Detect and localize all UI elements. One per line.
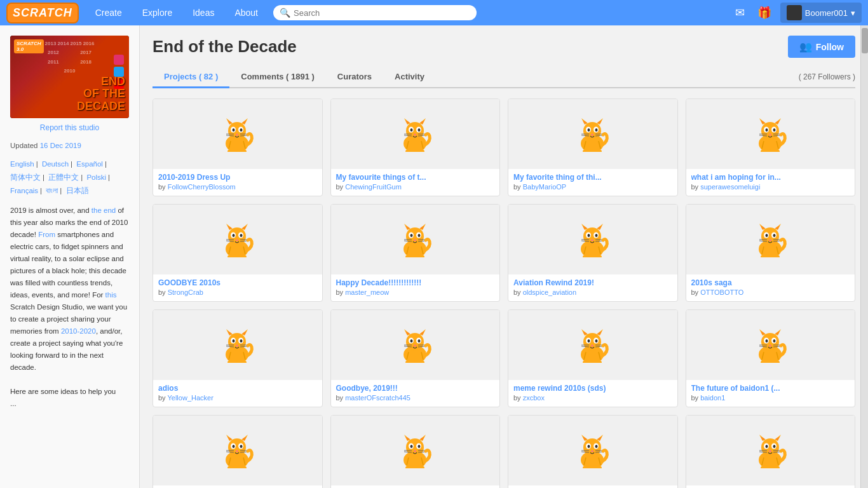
- project-card[interactable]: My favourite things of t... by ChewingFr…: [330, 98, 501, 196]
- project-thumbnail: [153, 99, 322, 169]
- project-name: 2010s saga: [691, 278, 850, 287]
- tab-activity[interactable]: Activity: [383, 67, 436, 88]
- tab-curators[interactable]: Curators: [326, 67, 383, 88]
- project-name: My favorite thing of thi...: [513, 173, 672, 182]
- author-link[interactable]: BabyMarioOP: [523, 183, 566, 191]
- project-card[interactable]: meme rewind 2010s (sds) by zxcbox: [508, 309, 678, 407]
- search-bar: 🔍: [273, 5, 477, 20]
- scratch-logo[interactable]: SCRATCH: [6, 3, 79, 24]
- project-card[interactable]: End of the Decade by Pipko411: [153, 415, 323, 488]
- project-author: by zxcbox: [513, 394, 672, 402]
- project-card[interactable]: goodbye 2010s by imbignoob876: [508, 415, 678, 488]
- follow-label: Follow: [816, 42, 844, 52]
- project-card[interactable]: The future of baidon1 (... by baidon1: [686, 309, 856, 407]
- svg-point-142: [773, 234, 775, 237]
- nav-create[interactable]: Create: [85, 0, 132, 25]
- author-link[interactable]: ChewingFruitGum: [345, 183, 402, 191]
- author-link[interactable]: Yellow_Hacker: [167, 394, 213, 402]
- svg-point-28: [417, 128, 420, 132]
- svg-point-275: [595, 445, 598, 448]
- project-info: 2020, Almost by cohentheturtle: [331, 485, 500, 488]
- project-card[interactable]: Happy Decade!!!!!!!!!!!!! by master_meow: [330, 204, 501, 302]
- author-link[interactable]: master_meow: [345, 288, 389, 296]
- svg-point-199: [595, 339, 598, 342]
- svg-point-294: [773, 445, 775, 448]
- project-card[interactable]: 2019 is ending... by pikansanok: [686, 415, 856, 488]
- lang-espanol[interactable]: Español: [76, 160, 103, 168]
- project-card[interactable]: 2010-2019 Dress Up by FollowCherryBlosso…: [153, 98, 323, 196]
- nav-ideas[interactable]: Ideas: [182, 0, 224, 25]
- project-card[interactable]: My favorite thing of thi... by BabyMario…: [508, 98, 678, 196]
- lang-deutsch[interactable]: Deutsch: [42, 160, 69, 168]
- scratch-cat-icon: [753, 117, 788, 152]
- project-thumbnail: [686, 310, 855, 380]
- lang-bengali[interactable]: বাংলা: [46, 187, 58, 194]
- desc-link-from[interactable]: From: [38, 231, 55, 238]
- project-thumbnail: [508, 99, 677, 169]
- author-link[interactable]: masterOFscratch445: [345, 394, 410, 402]
- project-thumbnail: [331, 205, 500, 274]
- project-author: by FollowCherryBlossom: [158, 183, 317, 191]
- lang-english[interactable]: English: [10, 160, 34, 168]
- svg-point-65: [765, 128, 768, 132]
- author-link[interactable]: oldspice_aviation: [523, 288, 576, 296]
- project-name: 2010-2019 Dress Up: [158, 173, 317, 182]
- studio-tabs: Projects ( 82 ) Comments ( 1891 ) Curato…: [153, 67, 855, 88]
- project-name: Goodbye, 2019!!!: [336, 384, 495, 393]
- lang-polish[interactable]: Polski: [86, 173, 106, 181]
- project-card[interactable]: 2020, Almost by cohentheturtle: [330, 415, 501, 488]
- author-link[interactable]: StrongCrab: [168, 288, 203, 296]
- project-card[interactable]: GOODBYE 2010s by StrongCrab: [153, 204, 323, 302]
- gift-button[interactable]: 🎁: [754, 3, 775, 22]
- desc-link-2010[interactable]: 2010-2020: [61, 327, 96, 335]
- project-name: what i am hoping for in...: [691, 173, 850, 182]
- svg-point-179: [410, 339, 412, 342]
- search-input[interactable]: [294, 8, 470, 18]
- project-card[interactable]: 2010s saga by OTTOBOTTO: [686, 204, 856, 302]
- follow-button[interactable]: 👥 Follow: [788, 36, 855, 58]
- report-studio-link[interactable]: Report this studio: [10, 123, 129, 132]
- studio-title: End of the Decade: [153, 37, 297, 57]
- author-link[interactable]: zxcbox: [523, 394, 545, 402]
- svg-point-47: [595, 128, 598, 132]
- author-link[interactable]: OTTOBOTTO: [700, 288, 743, 296]
- svg-point-8: [233, 128, 235, 132]
- project-card[interactable]: Goodbye, 2019!!! by masterOFscratch445: [330, 309, 501, 407]
- svg-point-198: [588, 339, 590, 342]
- project-info: My favorite thing of thi... by BabyMario…: [508, 169, 677, 196]
- tab-projects[interactable]: Projects ( 82 ): [153, 67, 229, 88]
- project-card[interactable]: Aviation Rewind 2019! by oldspice_aviati…: [508, 204, 678, 302]
- search-icon: 🔍: [280, 8, 290, 18]
- scratch-cat-icon: [220, 433, 255, 468]
- svg-point-84: [233, 234, 235, 237]
- desc-link-this[interactable]: this: [105, 291, 117, 299]
- project-thumbnail: [508, 310, 677, 380]
- project-author: by masterOFscratch445: [336, 394, 495, 402]
- tab-comments[interactable]: Comments ( 1891 ): [229, 67, 326, 88]
- author-link[interactable]: FollowCherryBlossom: [168, 183, 236, 191]
- scrollbar[interactable]: [860, 25, 868, 488]
- desc-link-end[interactable]: the end: [92, 207, 116, 214]
- messages-button[interactable]: ✉: [731, 3, 749, 22]
- project-card[interactable]: what i am hoping for in... by superaweso…: [686, 98, 856, 196]
- nav-about[interactable]: About: [224, 0, 268, 25]
- nav-explore[interactable]: Explore: [132, 0, 182, 25]
- followers-count: ( 267 Followers ): [799, 67, 855, 86]
- lang-french[interactable]: Français: [10, 187, 38, 194]
- updated-date-link[interactable]: 16 Dec 2019: [40, 142, 81, 149]
- lang-japanese[interactable]: 日本語: [66, 187, 89, 194]
- author-link[interactable]: superawesomeluigi: [700, 183, 760, 191]
- scratch-cat-icon: [398, 328, 433, 363]
- user-menu-button[interactable]: Boomer001 ▾: [780, 3, 862, 23]
- project-info: adios by Yellow_Hacker: [153, 380, 322, 407]
- svg-point-122: [588, 234, 590, 237]
- scratch-cat-icon: [575, 117, 610, 152]
- project-card[interactable]: adios by Yellow_Hacker: [153, 309, 323, 407]
- project-author: by StrongCrab: [158, 288, 317, 296]
- project-name: My favourite things of t...: [336, 173, 495, 182]
- lang-simplified-chinese[interactable]: 简体中文: [10, 173, 41, 181]
- author-link[interactable]: baidon1: [700, 394, 725, 402]
- project-info: The future of baidon1 (... by baidon1: [686, 380, 855, 407]
- project-info: End of the Decade by Pipko411: [153, 485, 322, 488]
- lang-traditional-chinese[interactable]: 正體中文: [48, 173, 79, 181]
